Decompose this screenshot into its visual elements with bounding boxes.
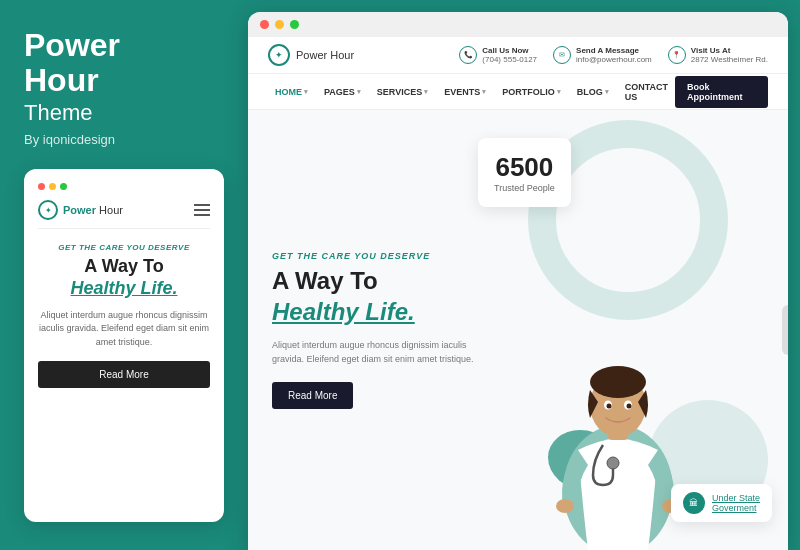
mobile-nav: ✦ Power Hour [38, 200, 210, 229]
nav-item-home[interactable]: HOME ▾ [268, 83, 315, 101]
svg-point-7 [627, 404, 632, 409]
svg-point-3 [590, 366, 646, 398]
mobile-read-more-button[interactable]: Read More [38, 361, 210, 388]
svg-point-8 [607, 457, 619, 469]
mobile-hero-h1: A Way To [38, 256, 210, 278]
nav-links: HOME ▾ PAGES ▾ SERVICES ▾ EVENTS ▾ PORTF… [268, 78, 675, 106]
site-nav: HOME ▾ PAGES ▾ SERVICES ▾ EVENTS ▾ PORTF… [248, 74, 788, 110]
mobile-hero-label: GET THE CARE YOU DESERVE [38, 243, 210, 252]
mobile-logo-icon: ✦ [38, 200, 58, 220]
book-appointment-button[interactable]: Book Appointment [675, 76, 768, 108]
hero-heading-italic: Healthy Life. [272, 298, 484, 326]
nav-item-portfolio[interactable]: PORTFOLIO ▾ [495, 83, 568, 101]
left-panel: Power Hour Theme By iqonicdesign ✦ Power… [0, 0, 248, 550]
stats-label: Trusted People [494, 183, 555, 193]
site-logo-icon: ✦ [268, 44, 290, 66]
hamburger-icon[interactable] [194, 204, 210, 216]
browser-dot-green [290, 20, 299, 29]
contact-phone: 📞 Call Us Now (704) 555-0127 [459, 46, 537, 64]
nav-item-blog[interactable]: BLOG ▾ [570, 83, 616, 101]
mobile-logo-text: Power Hour [63, 204, 123, 216]
brand-title: Power Hour Theme By iqonicdesign [24, 28, 224, 147]
scroll-indicator [782, 305, 788, 355]
svg-point-9 [556, 499, 574, 513]
browser-dot-red [260, 20, 269, 29]
nav-item-events[interactable]: EVENTS ▾ [437, 83, 493, 101]
hero-read-more-button[interactable]: Read More [272, 382, 353, 409]
topbar-contacts: 📞 Call Us Now (704) 555-0127 ✉ Send A Me… [459, 46, 768, 64]
nav-item-contact[interactable]: CONTACT US [618, 78, 675, 106]
hero-section: GET THE CARE YOU DESERVE A Way To Health… [248, 110, 788, 550]
site-logo: ✦ Power Hour [268, 44, 354, 66]
browser-window: ✦ Power Hour 📞 Call Us Now (704) 555-012… [248, 12, 788, 550]
svg-point-6 [607, 404, 612, 409]
hero-heading: A Way To [272, 267, 484, 296]
dot-green [60, 183, 67, 190]
govt-icon: 🏛 [683, 492, 705, 514]
browser-chrome [248, 12, 788, 37]
dot-yellow [49, 183, 56, 190]
dot-red [38, 183, 45, 190]
nav-item-services[interactable]: SERVICES ▾ [370, 83, 435, 101]
contact-address: 📍 Visit Us At 2872 Westheimer Rd. [668, 46, 768, 64]
stats-number: 6500 [494, 152, 555, 183]
site-logo-text: Power Hour [296, 49, 354, 61]
stats-card: 6500 Trusted People [478, 138, 571, 207]
govt-badge: 🏛 Under State Goverment [671, 484, 772, 522]
mobile-preview-card: ✦ Power Hour GET THE CARE YOU DESERVE A … [24, 169, 224, 522]
nav-item-pages[interactable]: PAGES ▾ [317, 83, 368, 101]
hero-content: GET THE CARE YOU DESERVE A Way To Health… [248, 110, 508, 550]
hero-label: GET THE CARE YOU DESERVE [272, 251, 484, 261]
email-icon: ✉ [553, 46, 571, 64]
govt-text: Under State Goverment [712, 493, 760, 513]
browser-dot-yellow [275, 20, 284, 29]
site-topbar: ✦ Power Hour 📞 Call Us Now (704) 555-012… [248, 37, 788, 74]
mobile-window-dots [38, 183, 210, 190]
mobile-hero-h1-italic: Healthy Life. [38, 278, 210, 299]
hero-description: Aliquet interdum augue rhoncus dignissim… [272, 338, 484, 367]
location-icon: 📍 [668, 46, 686, 64]
phone-icon: 📞 [459, 46, 477, 64]
mobile-logo: ✦ Power Hour [38, 200, 123, 220]
contact-email: ✉ Send A Message info@powerhour.com [553, 46, 652, 64]
mobile-description: Aliquet interdum augue rhoncus dignissim… [38, 309, 210, 350]
